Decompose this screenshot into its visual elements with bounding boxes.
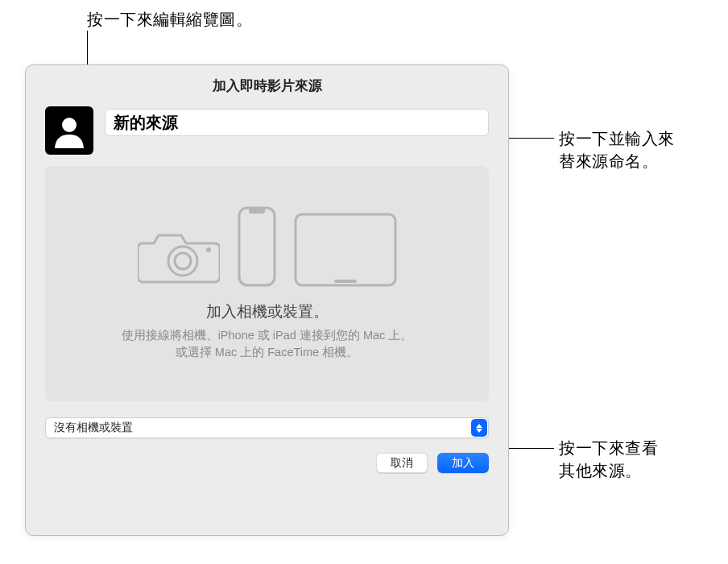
svg-rect-7	[334, 280, 357, 283]
callout-text: 按一下來查看	[559, 439, 658, 457]
callout-name-source: 按一下並輸入來 替來源命名。	[559, 127, 720, 172]
device-zone-description: 使用接線將相機、iPhone 或 iPad 連接到您的 Mac 上。 或選擇 M…	[122, 327, 413, 361]
camera-select-row: 沒有相機或裝置	[45, 417, 489, 438]
dialog-title: 加入即時影片來源	[45, 77, 489, 95]
select-value: 沒有相機或裝置	[54, 421, 133, 435]
device-zone-desc-line: 或選擇 Mac 上的 FaceTime 相機。	[176, 346, 358, 359]
svg-point-2	[175, 253, 191, 269]
svg-point-3	[206, 247, 211, 252]
add-button[interactable]: 加入	[437, 453, 489, 473]
source-header-row	[45, 106, 489, 155]
ipad-icon	[294, 213, 397, 287]
device-zone-desc-line: 使用接線將相機、iPhone 或 iPad 連接到您的 Mac 上。	[122, 329, 413, 342]
svg-rect-5	[249, 208, 265, 214]
device-icons-row	[138, 206, 397, 287]
person-silhouette-icon	[52, 113, 87, 148]
camera-device-select[interactable]: 沒有相機或裝置	[45, 417, 489, 438]
device-drop-zone: 加入相機或裝置。 使用接線將相機、iPhone 或 iPad 連接到您的 Mac…	[45, 166, 489, 401]
device-zone-title: 加入相機或裝置。	[206, 301, 329, 322]
callout-text: 按一下並輸入來	[559, 130, 675, 147]
iphone-icon	[238, 206, 276, 287]
cancel-button[interactable]: 取消	[376, 453, 428, 473]
svg-rect-6	[296, 214, 395, 285]
camera-icon	[138, 226, 220, 287]
callout-text: 其他來源。	[559, 462, 642, 479]
svg-point-0	[62, 118, 77, 132]
svg-point-1	[168, 247, 197, 276]
source-name-input[interactable]	[105, 109, 489, 136]
add-live-video-source-dialog: 加入即時影片來源 加入相機或	[25, 64, 509, 536]
callout-see-sources: 按一下來查看 其他來源。	[559, 437, 720, 482]
callout-edit-thumbnail: 按一下來編輯縮覽圖。	[87, 8, 252, 31]
callout-text: 替來源命名。	[559, 152, 658, 170]
dialog-button-row: 取消 加入	[45, 453, 489, 473]
source-thumbnail-button[interactable]	[45, 106, 93, 155]
svg-rect-4	[239, 208, 275, 285]
